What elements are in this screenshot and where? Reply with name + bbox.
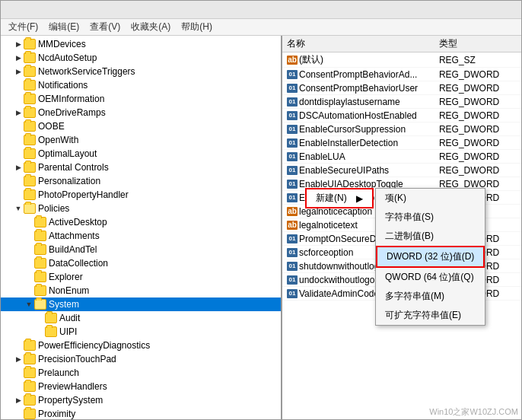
table-row[interactable]: 01EnableSecureUIPathsREG_DWORD — [282, 164, 521, 177]
dword-icon: 01 — [287, 193, 298, 202]
dword-icon: 01 — [287, 248, 298, 257]
value-name-text: ConsentPromptBehaviorUser — [299, 83, 418, 94]
folder-icon — [24, 354, 36, 364]
value-type: REG_DWORD — [434, 68, 521, 81]
table-row[interactable]: ablegalnoticetextREG_SZ — [282, 218, 521, 232]
folder-icon — [24, 94, 36, 104]
tree-item[interactable]: ▶NcdAutoSetup — [1, 51, 281, 65]
value-name: 01ValidateAdminCodeSignatur... — [282, 287, 434, 301]
value-name-text: legalnoticecaption — [299, 206, 372, 217]
submenu-item[interactable]: 可扩充字符串值(E) — [376, 306, 485, 325]
menu-item[interactable]: 帮助(H) — [177, 19, 217, 35]
tree-item[interactable]: ▶OneDriveRamps — [1, 106, 281, 119]
menu-item[interactable]: 编辑(E) — [44, 19, 84, 35]
tree-label: Attachments — [49, 231, 100, 241]
tree-item[interactable]: PowerEfficiencyDiagnostics — [1, 339, 281, 352]
value-type: REG_SZ — [434, 52, 521, 68]
tree-item[interactable]: Prelaunch — [1, 366, 281, 380]
table-row[interactable]: 01EnableCursorSuppressionREG_DWORD — [282, 123, 521, 136]
dword-icon: 01 — [287, 166, 298, 175]
folder-icon — [24, 121, 36, 132]
tree-item[interactable]: Audit — [1, 311, 281, 325]
folder-icon — [34, 258, 46, 269]
tree-item[interactable]: OOBE — [1, 119, 281, 133]
tree-item[interactable]: ▶PrecisionTouchPad — [1, 352, 281, 366]
tree-label: PreviewHandlers — [38, 381, 107, 392]
tree-arrow: ▶ — [13, 355, 24, 363]
folder-icon — [24, 368, 36, 378]
table-row[interactable]: 01dontdisplaylastusernameREG_DWORD — [282, 95, 521, 109]
tree-label: DataCollection — [49, 258, 108, 269]
dword-icon: 01 — [287, 289, 298, 298]
dword-icon: 01 — [287, 125, 298, 134]
menu-item[interactable]: 收藏夹(A) — [126, 19, 175, 35]
tree-item[interactable]: ▼Policies — [1, 202, 281, 215]
tree-item[interactable]: ▶MMDevices — [1, 37, 281, 51]
tree-item[interactable]: PreviewHandlers — [1, 380, 281, 393]
folder-icon — [24, 148, 36, 159]
menu-item[interactable]: 查看(V) — [85, 19, 125, 35]
table-row[interactable]: 01EnableInstallerDetectionREG_DWORD — [282, 136, 521, 150]
tree-item[interactable]: OptimalLayout — [1, 147, 281, 161]
tree-item[interactable]: Personalization — [1, 174, 281, 188]
tree-arrow: ▶ — [13, 109, 24, 116]
tree-item[interactable]: ActiveDesktop — [1, 215, 281, 229]
table-row[interactable]: 01undockwithoutlogonREG_DWORD — [282, 273, 521, 287]
tree-arrow: ▶ — [13, 396, 24, 404]
folder-icon — [24, 107, 36, 118]
value-type: REG_DWORD — [434, 191, 521, 205]
tree-item[interactable]: NonEnum — [1, 284, 281, 298]
table-row[interactable]: 01scforceoptionREG_DWORD — [282, 246, 521, 259]
value-name-text: EnableUIADesktopToggle — [299, 179, 403, 189]
folder-icon — [24, 80, 36, 91]
table-row[interactable]: 01DSCAutomationHostEnabledREG_DWORD — [282, 109, 521, 123]
table-row[interactable]: 01ValidateAdminCodeSignatur...REG_DWORD — [282, 287, 521, 301]
tree-item[interactable]: Attachments — [1, 229, 281, 243]
tree-item[interactable]: PhotoPropertyHandler — [1, 188, 281, 202]
table-row[interactable]: 01PromptOnSecureDesktopREG_DWORD — [282, 232, 521, 246]
tree-item[interactable]: BuildAndTel — [1, 243, 281, 256]
value-name-text: DSCAutomationHostEnabled — [299, 110, 417, 121]
value-name-text: undockwithoutlogon — [299, 275, 380, 285]
table-row[interactable]: ab(默认)REG_SZ — [282, 52, 521, 68]
dword-icon: 01 — [287, 234, 298, 243]
table-row[interactable]: 01ConsentPromptBehaviorUserREG_DWORD — [282, 81, 521, 95]
value-name: 01PromptOnSecureDesktop — [282, 232, 434, 246]
table-row[interactable]: 01EnableUIADesktopToggleREG_DWORD — [282, 177, 521, 191]
tree-label: System — [49, 299, 79, 310]
tree-item[interactable]: Proximity — [1, 407, 281, 419]
tree-item[interactable]: DataCollection — [1, 256, 281, 270]
folder-icon — [24, 395, 36, 406]
tree-item[interactable]: ▶PropertySystem — [1, 393, 281, 407]
menu-item[interactable]: 文件(F) — [4, 19, 43, 35]
value-type: REG_DWORD — [434, 177, 521, 191]
tree-item[interactable]: Notifications — [1, 78, 281, 92]
tree-item[interactable]: Explorer — [1, 270, 281, 284]
ab-icon: ab — [287, 221, 298, 230]
folder-icon — [24, 340, 36, 351]
table-row[interactable]: 01ConsentPromptBehaviorAd...REG_DWORD — [282, 68, 521, 81]
tree-item[interactable]: ▶Parental Controls — [1, 161, 281, 174]
table-row[interactable]: 01EnableVirtualizationREG_DWORD — [282, 191, 521, 205]
tree-label: OpenWith — [38, 135, 78, 145]
tree-item[interactable]: OEMInformation — [1, 92, 281, 106]
tree-label: OptimalLayout — [38, 148, 97, 159]
table-row[interactable]: 01EnableLUAREG_DWORD — [282, 150, 521, 164]
value-table: 名称 类型 ab(默认)REG_SZ01ConsentPromptBehavio… — [282, 36, 521, 301]
folder-icon — [24, 189, 36, 200]
value-name: 01dontdisplaylastusername — [282, 95, 434, 109]
value-name: 01ConsentPromptBehaviorAd... — [282, 68, 434, 81]
tree-item[interactable]: ▶NetworkServiceTriggers — [1, 65, 281, 78]
table-row[interactable]: 01shutdownwithoutlogonREG_DWORD — [282, 259, 521, 273]
table-row[interactable]: ablegalnoticecaptionREG_SZ — [282, 205, 521, 218]
tree-item[interactable]: UIPI — [1, 325, 281, 339]
dword-icon: 01 — [287, 97, 298, 107]
value-type: REG_SZ — [434, 205, 521, 218]
tree-item[interactable]: OpenWith — [1, 133, 281, 147]
tree-pane[interactable]: ▶MMDevices▶NcdAutoSetup▶NetworkServiceTr… — [1, 36, 282, 419]
value-type: REG_SZ — [434, 218, 521, 232]
value-name-text: EnableSecureUIPaths — [299, 165, 389, 176]
tree-item[interactable]: ▼System — [1, 298, 281, 311]
value-pane[interactable]: 名称 类型 ab(默认)REG_SZ01ConsentPromptBehavio… — [282, 36, 521, 419]
value-name-text: (默认) — [299, 54, 323, 65]
